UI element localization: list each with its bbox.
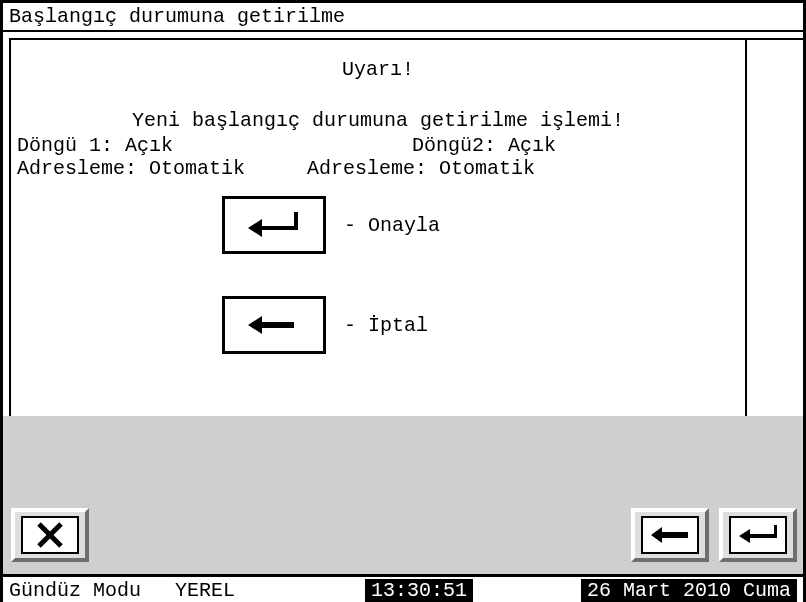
loop1-value: Açık	[125, 134, 173, 157]
enter-key[interactable]	[222, 196, 326, 254]
addr2-value: Otomatik	[439, 157, 535, 180]
status-bar: Gündüz Modu YEREL 13:30:51 26 Mart 2010 …	[3, 574, 803, 602]
cancel-row: - İptal	[17, 296, 739, 354]
loop2-label: Döngü2:	[412, 134, 496, 157]
status-local: YEREL	[175, 579, 235, 602]
close-icon	[35, 520, 65, 550]
warning-heading: Uyarı!	[17, 58, 739, 81]
cancel-label: - İptal	[344, 314, 428, 337]
enter-icon	[244, 208, 304, 242]
content-wrap: Uyarı! Yeni başlangıç durumuna getirilme…	[3, 32, 803, 416]
main-panel: Uyarı! Yeni başlangıç durumuna getirilme…	[9, 38, 745, 416]
toolbar-area	[3, 416, 803, 574]
window-title: Başlangıç durumuna getirilme	[3, 3, 803, 32]
close-button[interactable]	[11, 508, 89, 562]
arrow-left-icon	[648, 523, 692, 547]
back-key[interactable]	[222, 296, 326, 354]
loop2-value: Açık	[508, 134, 556, 157]
status-date: 26 Mart 2010 Cuma	[581, 579, 797, 602]
app-window: Başlangıç durumuna getirilme Uyarı! Yeni…	[0, 0, 806, 602]
confirm-label: - Onayla	[344, 214, 440, 237]
loop2-status: Döngü2: Açık	[412, 134, 739, 157]
back-button[interactable]	[631, 508, 709, 562]
addr2-status: Adresleme: Otomatik	[307, 157, 739, 180]
subtitle-text: Yeni başlangıç durumuna getirilme işlemi…	[17, 109, 739, 132]
confirm-row: - Onayla	[17, 196, 739, 254]
loop1-status: Döngü 1: Açık	[17, 134, 412, 157]
side-panel	[745, 38, 803, 416]
addressing-row: Adresleme: Otomatik Adresleme: Otomatik	[17, 157, 739, 180]
addr1-status: Adresleme: Otomatik	[17, 157, 307, 180]
loop1-label: Döngü 1:	[17, 134, 113, 157]
enter-icon	[736, 522, 780, 548]
enter-button[interactable]	[719, 508, 797, 562]
arrow-left-icon	[244, 308, 304, 342]
addr1-label: Adresleme:	[17, 157, 137, 180]
addr1-value: Otomatik	[149, 157, 245, 180]
addr2-label: Adresleme:	[307, 157, 427, 180]
status-time: 13:30:51	[365, 579, 473, 602]
status-mode: Gündüz Modu	[9, 579, 141, 602]
loop-status-row: Döngü 1: Açık Döngü2: Açık	[17, 134, 739, 157]
